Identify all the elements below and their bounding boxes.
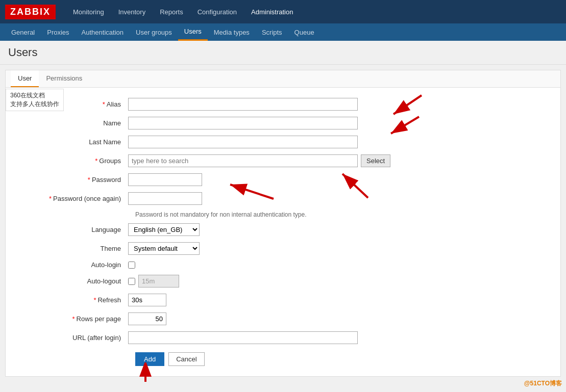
rowsperpage-input[interactable]: 50 (128, 312, 166, 325)
subnav-authentication[interactable]: Authentication (76, 23, 130, 41)
nav-administration[interactable]: Administration (244, 0, 300, 23)
content-tabs: User Permissions (6, 70, 560, 88)
url-label: URL (after login) (26, 334, 128, 342)
theme-select[interactable]: System default Blue (128, 242, 200, 255)
theme-row: Theme System default Blue (26, 242, 550, 255)
password-required: * (88, 176, 90, 184)
password-once-label: *Password (once again) (26, 195, 128, 202)
alias-required: * (103, 100, 105, 108)
theme-label: Theme (26, 245, 128, 252)
groups-row: *Groups Select (26, 154, 550, 167)
name-row: Name (26, 117, 550, 129)
add-button[interactable]: Add (135, 352, 164, 366)
password-input[interactable] (128, 173, 202, 186)
language-select[interactable]: English (en_GB) English (en_US) (128, 223, 200, 236)
watermark: @51CTO博客 (524, 379, 562, 382)
lastname-input[interactable] (128, 136, 358, 148)
groups-input-container: Select (128, 154, 390, 167)
autologout-value-input[interactable]: 15m (138, 275, 179, 288)
lastname-label: Last Name (26, 138, 128, 146)
url-input[interactable] (128, 331, 358, 344)
refresh-row: *Refresh 30s (26, 294, 550, 306)
subnav-queue[interactable]: Queue (288, 23, 321, 41)
password-once-row: *Password (once again) (26, 192, 550, 205)
password-row: *Password (26, 173, 550, 186)
svg-line-1 (393, 95, 422, 114)
password-label: *Password (26, 176, 128, 184)
language-row: Language English (en_GB) English (en_US) (26, 223, 550, 236)
refresh-label: *Refresh (26, 296, 128, 304)
rowsperpage-required: * (72, 315, 75, 323)
subnav-scripts[interactable]: Scripts (256, 23, 288, 41)
subnav-users[interactable]: Users (178, 23, 208, 41)
nav-monitoring[interactable]: Monitoring (66, 0, 111, 23)
banner-line2: 支持多人在线协作 (10, 100, 59, 109)
refresh-input[interactable]: 30s (128, 294, 166, 306)
tab-user[interactable]: User (11, 70, 39, 87)
logo[interactable]: ZABBIX (5, 5, 56, 19)
rowsperpage-label: *Rows per page (26, 315, 128, 323)
groups-required: * (95, 157, 97, 165)
name-input[interactable] (128, 117, 358, 129)
page-title: Users (8, 46, 558, 59)
nav-reports[interactable]: Reports (153, 0, 190, 23)
groups-search-input[interactable] (128, 154, 358, 167)
autologin-label: Auto-login (26, 261, 128, 269)
tab-permissions[interactable]: Permissions (39, 70, 89, 87)
autologin-checkbox[interactable] (128, 262, 135, 269)
banner-line1: 360在线文档 (10, 91, 59, 100)
autologout-container: 15m (128, 275, 179, 288)
password-once-input[interactable] (128, 192, 202, 205)
nav-configuration[interactable]: Configuration (190, 0, 244, 23)
subnav-usergroups[interactable]: User groups (130, 23, 178, 41)
url-row: URL (after login) (26, 331, 550, 344)
password-hint: Password is not mandatory for non intern… (128, 211, 550, 218)
language-label: Language (26, 226, 128, 233)
content-area: 360在线文档 支持多人在线协作 User Permissions *Alias (5, 70, 561, 377)
cancel-button[interactable]: Cancel (168, 352, 204, 366)
form-actions: Add Cancel (135, 352, 550, 366)
groups-label: *Groups (26, 157, 128, 165)
alias-input[interactable] (128, 98, 358, 111)
page-title-bar: Users (0, 41, 566, 65)
subnav-mediatypes[interactable]: Media types (208, 23, 256, 41)
floating-banner: 360在线文档 支持多人在线协作 (6, 89, 64, 111)
autologout-label: Auto-logout (26, 277, 128, 285)
svg-line-3 (391, 117, 419, 134)
arrow-name (363, 114, 424, 137)
autologin-row: Auto-login (26, 261, 550, 269)
name-label: Name (26, 119, 128, 127)
subnav-general[interactable]: General (5, 23, 41, 41)
subnav-proxies[interactable]: Proxies (41, 23, 75, 41)
alias-row: *Alias (26, 98, 550, 111)
nav-inventory[interactable]: Inventory (111, 0, 153, 23)
lastname-row: Last Name (26, 136, 550, 148)
form-body: *Alias Name (6, 88, 560, 376)
autologout-row: Auto-logout 15m (26, 275, 550, 288)
refresh-required: * (93, 296, 96, 304)
sub-navigation: General Proxies Authentication User grou… (0, 23, 566, 41)
groups-select-button[interactable]: Select (361, 154, 390, 167)
top-navigation: ZABBIX Monitoring Inventory Reports Conf… (0, 0, 566, 23)
autologout-checkbox[interactable] (128, 278, 135, 285)
rowsperpage-row: *Rows per page 50 (26, 312, 550, 325)
password-once-required: * (49, 195, 52, 202)
